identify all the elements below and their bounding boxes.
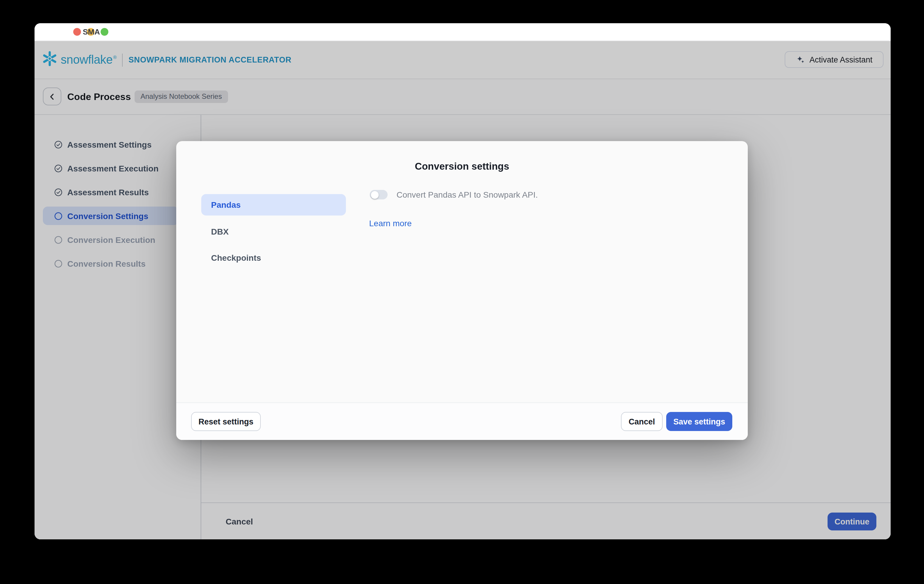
pandas-api-toggle[interactable] bbox=[370, 190, 388, 200]
tab-checkpoints[interactable]: Checkpoints bbox=[201, 247, 346, 269]
stage: SMA bbox=[0, 0, 924, 584]
dialog-title: Conversion settings bbox=[176, 161, 748, 172]
zoom-window-icon[interactable] bbox=[101, 28, 108, 36]
dialog-tab-list: Pandas DBX Checkpoints bbox=[201, 194, 346, 269]
toggle-knob bbox=[371, 191, 378, 198]
window-title: SMA bbox=[83, 23, 100, 41]
titlebar: SMA bbox=[35, 23, 891, 41]
dialog-cancel-button[interactable]: Cancel bbox=[621, 412, 663, 431]
pandas-toggle-row: Convert Pandas API to Snowpark API. bbox=[370, 185, 538, 204]
tab-dbx[interactable]: DBX bbox=[201, 221, 346, 242]
learn-more-link[interactable]: Learn more bbox=[369, 218, 412, 228]
save-settings-button[interactable]: Save settings bbox=[666, 412, 732, 431]
dialog-footer: Reset settings Cancel Save settings bbox=[176, 403, 748, 440]
close-window-icon[interactable] bbox=[73, 28, 81, 36]
toggle-label: Convert Pandas API to Snowpark API. bbox=[396, 190, 538, 200]
tab-pandas[interactable]: Pandas bbox=[201, 194, 346, 216]
conversion-settings-dialog: Conversion settings Pandas DBX Checkpoin… bbox=[176, 141, 748, 440]
reset-settings-button[interactable]: Reset settings bbox=[191, 412, 261, 431]
